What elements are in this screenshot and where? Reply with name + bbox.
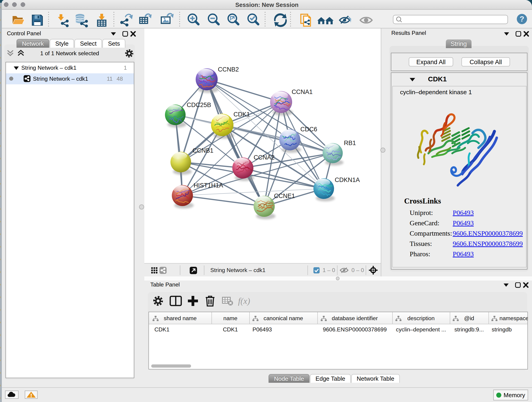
- svg-text:f(x): f(x): [238, 296, 250, 306]
- svg-text:0 – 0: 0 – 0: [351, 267, 364, 273]
- svg-text:CDC25B: CDC25B: [187, 102, 211, 108]
- svg-text:String Network – cdk1: String Network – cdk1: [210, 267, 266, 273]
- svg-text:1 – 0: 1 – 0: [323, 267, 335, 273]
- svg-text:CCNA1: CCNA1: [292, 89, 313, 95]
- svg-text:?: ?: [520, 15, 524, 23]
- svg-text:CDK1: CDK1: [234, 111, 250, 118]
- svg-text:CCNA2: CCNA2: [254, 154, 275, 161]
- svg-text:CDC6: CDC6: [300, 126, 317, 133]
- svg-text:RB1: RB1: [344, 140, 356, 147]
- svg-text:HIST1H1A: HIST1H1A: [194, 182, 223, 189]
- svg-text:CCNB1: CCNB1: [192, 147, 214, 154]
- svg-text:CDKN1A: CDKN1A: [335, 177, 360, 183]
- svg-text:CCNE1: CCNE1: [274, 192, 295, 199]
- svg-text:CCNB2: CCNB2: [218, 66, 239, 73]
